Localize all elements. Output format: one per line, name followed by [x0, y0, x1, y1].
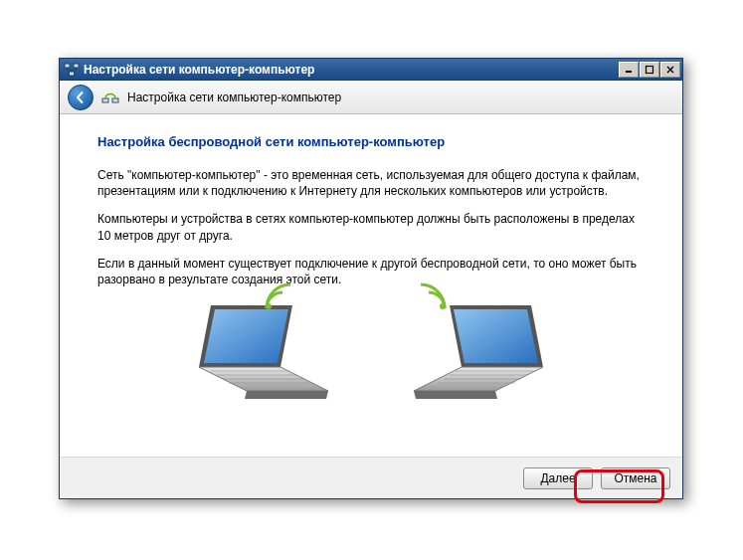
laptop-right	[406, 299, 565, 417]
page-heading: Настройка беспроводной сети компьютер-ко…	[97, 134, 645, 149]
paragraph-3: Если в данный момент существует подключе…	[97, 256, 645, 287]
titlebar: Настройка сети компьютер-компьютер	[60, 59, 682, 81]
illustration	[97, 299, 645, 417]
svg-rect-4	[647, 66, 653, 73]
header-band: Настройка сети компьютер-компьютер	[60, 81, 682, 114]
paragraph-2: Компьютеры и устройства в сетях компьюте…	[97, 211, 645, 243]
cancel-button[interactable]: Отмена	[601, 467, 670, 489]
svg-rect-0	[65, 64, 70, 68]
close-button[interactable]	[660, 62, 680, 78]
adhoc-network-icon	[101, 89, 119, 106]
maximize-button[interactable]	[640, 62, 659, 78]
minimize-button[interactable]	[619, 62, 639, 78]
svg-marker-9	[204, 309, 288, 363]
content-area: Настройка беспроводной сети компьютер-ко…	[60, 114, 682, 457]
next-button[interactable]: Далее	[523, 467, 593, 489]
network-icon	[64, 62, 80, 78]
wizard-window: Настройка сети компьютер-компьютер Настр…	[59, 58, 683, 499]
svg-point-7	[266, 303, 272, 309]
window-controls	[618, 62, 680, 78]
svg-rect-5	[102, 98, 108, 102]
svg-point-16	[440, 303, 446, 309]
svg-rect-6	[112, 98, 118, 102]
header-title: Настройка сети компьютер-компьютер	[127, 91, 341, 104]
wifi-icon	[416, 280, 450, 313]
paragraph-1: Сеть "компьютер-компьютер" - это временн…	[97, 167, 645, 199]
laptop-left	[177, 299, 336, 417]
window-title: Настройка сети компьютер-компьютер	[84, 63, 618, 77]
svg-marker-18	[454, 309, 538, 363]
footer: Далее Отмена	[60, 457, 682, 498]
back-button[interactable]	[68, 85, 93, 110]
svg-rect-2	[70, 72, 75, 76]
svg-marker-20	[414, 391, 497, 399]
wifi-icon	[262, 280, 295, 313]
svg-marker-11	[245, 391, 328, 399]
svg-rect-1	[74, 64, 79, 68]
